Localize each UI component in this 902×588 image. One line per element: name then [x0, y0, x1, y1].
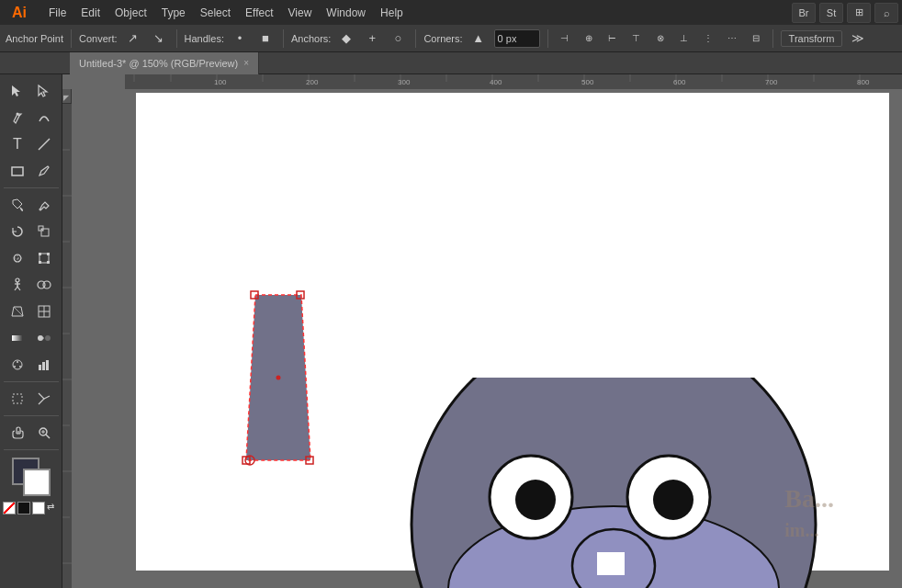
color-swatches: [12, 458, 51, 496]
convert-smooth-btn[interactable]: ↗: [123, 28, 143, 49]
svg-rect-93: [597, 552, 625, 575]
align-right-btn[interactable]: ⊢: [603, 29, 622, 48]
puppet-warp-tool[interactable]: [5, 272, 30, 298]
menu-object[interactable]: Object: [108, 5, 153, 21]
svg-point-28: [14, 366, 16, 368]
slice-tool[interactable]: [31, 386, 57, 412]
workspace-icon[interactable]: ⊞: [847, 3, 871, 23]
align-center-v-btn[interactable]: ⊗: [651, 29, 670, 48]
stock-icon[interactable]: St: [819, 3, 843, 23]
none-swatch[interactable]: [3, 502, 16, 514]
convert-corner-btn[interactable]: ↘: [149, 28, 169, 49]
handles-icon[interactable]: •: [230, 28, 250, 49]
svg-rect-22: [12, 335, 23, 341]
left-toolbar: T: [0, 74, 62, 588]
foreground-color-swatch[interactable]: [23, 469, 51, 496]
shapebuilder-tool[interactable]: [31, 272, 57, 298]
freetransform-tool[interactable]: [31, 245, 57, 271]
menu-file[interactable]: File: [42, 5, 73, 21]
anchor-point-label: Anchor Point: [6, 33, 63, 44]
select-tools-row: [5, 78, 57, 104]
search-icon[interactable]: ⌕: [874, 3, 898, 23]
mesh-tool[interactable]: [31, 299, 57, 324]
swap-icon[interactable]: ⇄: [47, 502, 60, 514]
svg-line-35: [46, 435, 50, 438]
perspective-tool[interactable]: [5, 299, 30, 324]
align-left-btn[interactable]: ⊣: [556, 29, 574, 48]
anchor-point-toolbar: Anchor Point Convert: ↗ ↘ Handles: • ■ A…: [0, 25, 902, 52]
line-tool[interactable]: [31, 131, 57, 157]
tab-close-icon[interactable]: ×: [243, 58, 249, 68]
paintbucket-tool[interactable]: [5, 192, 30, 218]
warp-tools-row: [5, 245, 57, 271]
svg-point-27: [19, 366, 21, 368]
svg-point-24: [45, 335, 51, 341]
hand-tool[interactable]: [5, 420, 30, 446]
text-tool[interactable]: T: [5, 131, 30, 157]
distribute-v-btn[interactable]: ⋯: [723, 29, 741, 48]
more-options-icon[interactable]: ≫: [848, 28, 868, 49]
ruler-top: 100 200 300 400 500 600 700 800: [125, 74, 902, 89]
handles-square-icon[interactable]: ■: [255, 28, 276, 49]
distribute-spacing-btn[interactable]: ⊟: [747, 29, 765, 48]
black-swatch[interactable]: [17, 502, 30, 514]
selected-trapezoid-svg[interactable]: [242, 290, 324, 474]
handles-label: Handles:: [185, 33, 224, 44]
transform-button[interactable]: Transform: [781, 30, 843, 47]
anchors-remove-icon[interactable]: ○: [388, 28, 408, 49]
direct-selection-tool[interactable]: [31, 78, 57, 104]
graph-tool[interactable]: [31, 352, 57, 378]
svg-rect-9: [39, 261, 41, 264]
color-area: ⇄: [2, 458, 61, 514]
align-center-h-btn[interactable]: ⊕: [580, 29, 598, 48]
nav-tools-row: [5, 420, 57, 446]
anchors-add-icon[interactable]: +: [362, 28, 382, 49]
convert-label: Convert:: [79, 33, 118, 44]
rotate-tool[interactable]: [5, 219, 30, 244]
svg-rect-30: [42, 362, 45, 370]
pen-tool[interactable]: [5, 105, 30, 130]
ruler-left: ◤: [62, 89, 72, 588]
corners-input[interactable]: [494, 29, 540, 48]
gradient-tool[interactable]: [5, 325, 30, 351]
toolbar-separator-5: [547, 29, 548, 48]
toolbar-separator-2: [176, 29, 177, 48]
white-swatch[interactable]: [32, 502, 45, 514]
svg-point-90: [515, 480, 556, 520]
menu-window[interactable]: Window: [320, 5, 372, 21]
perspective-tools-row: [5, 299, 57, 324]
menu-edit[interactable]: Edit: [74, 5, 107, 21]
svg-line-15: [17, 287, 20, 290]
menu-effect[interactable]: Effect: [239, 5, 279, 21]
artboard-tool[interactable]: [5, 386, 30, 412]
tool-separator-3: [4, 415, 59, 416]
warp-tool[interactable]: [5, 245, 30, 271]
corners-up-icon[interactable]: ▲: [468, 28, 489, 49]
svg-line-14: [15, 287, 17, 290]
scale-tool[interactable]: [31, 219, 57, 244]
rectangle-tool[interactable]: [5, 158, 30, 184]
menu-view[interactable]: View: [282, 5, 319, 21]
zoom-tool[interactable]: [31, 420, 57, 446]
svg-line-33: [44, 396, 50, 399]
bridge-icon[interactable]: Br: [792, 3, 816, 23]
puppet-tools-row: [5, 272, 57, 298]
blend-tool[interactable]: [31, 325, 57, 351]
selected-trapezoid-container: [242, 290, 324, 476]
menu-type[interactable]: Type: [155, 5, 192, 21]
align-bottom-btn[interactable]: ⊥: [675, 29, 693, 48]
svg-point-26: [17, 361, 18, 363]
curvature-tool[interactable]: [31, 105, 57, 130]
anchors-icon[interactable]: ◆: [336, 28, 356, 49]
distribute-h-btn[interactable]: ⋮: [699, 29, 717, 48]
menu-help[interactable]: Help: [374, 5, 410, 21]
corners-label: Corners:: [423, 33, 462, 44]
pencil-tool[interactable]: [31, 158, 57, 184]
symbol-tool[interactable]: [5, 352, 30, 378]
selection-tool[interactable]: [5, 78, 30, 104]
menu-bar: Ai File Edit Object Type Select Effect V…: [0, 0, 902, 25]
document-tab[interactable]: Untitled-3* @ 150% (RGB/Preview) ×: [70, 52, 259, 74]
menu-select[interactable]: Select: [194, 5, 237, 21]
eyedropper-tool[interactable]: [31, 192, 57, 218]
align-top-btn[interactable]: ⊤: [627, 29, 646, 48]
